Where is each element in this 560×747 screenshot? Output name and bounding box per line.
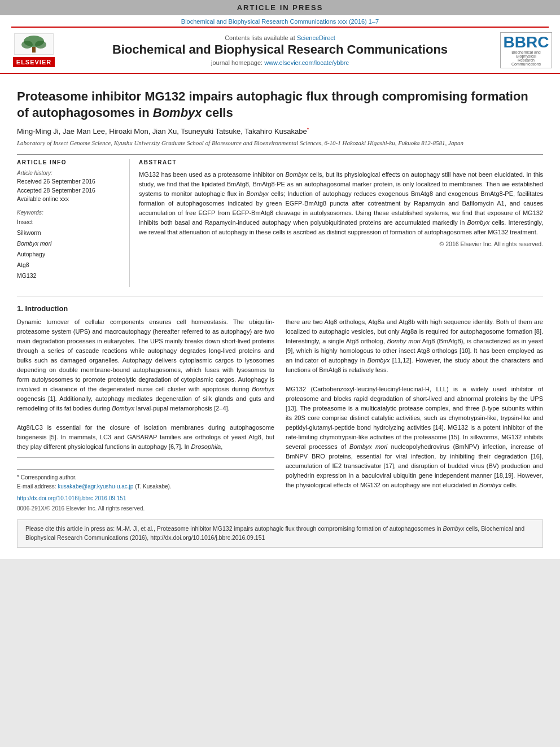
affiliation: Laboratory of Insect Genome Science, Kyu…	[17, 139, 543, 147]
keyword-silkworm: Silkworm	[17, 228, 123, 238]
homepage-line: journal homepage: www.elsevier.com/locat…	[62, 59, 498, 66]
keyword-mg132: MG132	[17, 270, 123, 281]
citation-box: Please cite this article in press as: M.…	[17, 519, 543, 548]
email-address[interactable]: kusakabe@agr.kyushu-u.ac.jp	[58, 483, 133, 490]
sciencedirect-line: Contents lists available at ScienceDirec…	[62, 34, 498, 41]
intro-left-col: Dynamic turnover of cellular components …	[17, 317, 274, 513]
article-in-press-banner: ARTICLE IN PRESS	[0, 0, 560, 15]
bbrc-subtitle: Biochemical andBiophysicalResearchCommun…	[504, 50, 549, 66]
journal-logo-left: ELSEVIER	[11, 33, 56, 67]
svg-point-2	[21, 41, 33, 49]
article-info-col: ARTICLE INFO Article history: Received 2…	[17, 159, 130, 287]
keywords-label: Keywords:	[17, 209, 123, 216]
abstract-label: ABSTRACT	[139, 159, 543, 165]
rights-line: 0006-291X/© 2016 Elsevier Inc. All right…	[17, 504, 274, 513]
section-divider	[17, 296, 543, 296]
keywords-block: Keywords: Insect Silkworm Bombyx mori Au…	[17, 209, 123, 281]
accepted-date: Accepted 28 September 2016	[17, 186, 123, 195]
banner-text: ARTICLE IN PRESS	[237, 3, 323, 12]
keywords-list: Insect Silkworm Bombyx mori Autophagy At…	[17, 217, 123, 281]
homepage-link[interactable]: www.elsevier.com/locate/ybbrc	[264, 59, 349, 66]
abstract-col: ABSTRACT MG132 has been used as a protea…	[139, 159, 543, 287]
svg-rect-4	[32, 47, 36, 53]
corresponding-label: * Corresponding author.	[17, 473, 274, 482]
article-title: Proteasome inhibitor MG132 impairs autop…	[17, 89, 543, 121]
intro-heading: 1. Introduction	[17, 304, 543, 313]
main-content: Proteasome inhibitor MG132 impairs autop…	[0, 74, 560, 559]
intro-right-col: there are two Atg8 orthologs, Atg8a and …	[286, 317, 543, 513]
footer-note: * Corresponding author. E-mail address: …	[17, 457, 274, 513]
available-online: Available online xxx	[17, 195, 123, 204]
page-wrapper: ARTICLE IN PRESS Biochemical and Biophys…	[0, 0, 560, 559]
email-line: E-mail address: kusakabe@agr.kyushu-u.ac…	[17, 482, 274, 491]
journal-title: Biochemical and Biophysical Research Com…	[62, 42, 498, 57]
journal-logo-right: BBRC Biochemical andBiophysicalResearchC…	[504, 32, 549, 68]
sciencedirect-link[interactable]: ScienceDirect	[297, 34, 335, 41]
keyword-bombyx: Bombyx mori	[17, 238, 123, 249]
article-info-label: ARTICLE INFO	[17, 159, 123, 165]
doi-line[interactable]: http://dx.doi.org/10.1016/j.bbrc.2016.09…	[17, 494, 274, 503]
svg-point-3	[35, 41, 46, 49]
body-content: Dynamic turnover of cellular components …	[17, 317, 543, 513]
keyword-autophagy: Autophagy	[17, 249, 123, 260]
bbrc-letters: BBRC	[504, 34, 549, 50]
keyword-atg8: Atg8	[17, 260, 123, 270]
bbrc-box: BBRC Biochemical andBiophysicalResearchC…	[500, 32, 553, 68]
history-label: Article history:	[17, 170, 123, 176]
elsevier-tree-icon	[14, 33, 54, 55]
authors-text: Ming-Ming Ji, Jae Man Lee, Hiroaki Mon, …	[17, 128, 307, 136]
journal-citation: Biochemical and Biophysical Research Com…	[181, 18, 379, 25]
abstract-text: MG132 has been used as a proteasome inhi…	[139, 170, 543, 237]
journal-header: ELSEVIER Contents lists available at Sci…	[0, 28, 560, 74]
authors-line: Ming-Ming Ji, Jae Man Lee, Hiroaki Mon, …	[17, 126, 543, 136]
journal-center-header: Contents lists available at ScienceDirec…	[62, 34, 498, 66]
article-info-abstract-section: ARTICLE INFO Article history: Received 2…	[17, 154, 543, 287]
keyword-insect: Insect	[17, 217, 123, 228]
journal-url-line: Biochemical and Biophysical Research Com…	[0, 15, 560, 27]
corresponding-sup: *	[307, 126, 309, 132]
citation-label: Please cite this article in press as:	[25, 525, 115, 532]
received-date: Received 26 September 2016	[17, 177, 123, 186]
article-history-block: Article history: Received 26 September 2…	[17, 170, 123, 204]
copyright: © 2016 Elsevier Inc. All rights reserved…	[139, 241, 543, 247]
elsevier-logo-text: ELSEVIER	[13, 57, 55, 67]
